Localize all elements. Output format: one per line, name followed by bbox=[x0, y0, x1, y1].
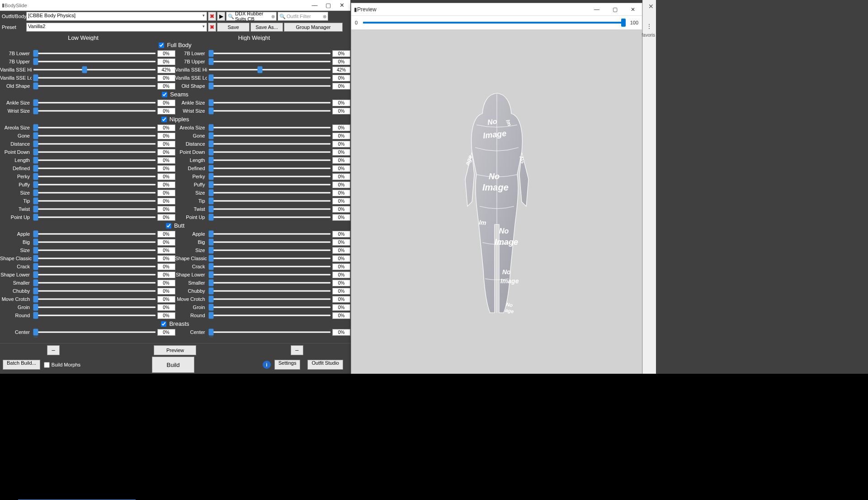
slider-thumb[interactable] bbox=[208, 231, 213, 238]
slider-track[interactable] bbox=[33, 75, 156, 81]
group-manager-button[interactable]: Group Manager bbox=[284, 23, 343, 32]
low-minus-button[interactable]: – bbox=[47, 345, 60, 355]
slider-track[interactable] bbox=[209, 190, 331, 196]
slider-value-input[interactable]: 0% bbox=[157, 108, 175, 114]
slider-thumb[interactable] bbox=[208, 206, 213, 213]
slider-value-input[interactable]: 0% bbox=[157, 100, 175, 106]
slider-value-input[interactable]: 0% bbox=[157, 329, 175, 336]
slider-thumb[interactable] bbox=[208, 133, 213, 139]
slider-track[interactable] bbox=[33, 133, 156, 139]
slider-thumb[interactable] bbox=[82, 67, 87, 73]
slider-value-input[interactable]: 0% bbox=[157, 157, 175, 164]
slider-thumb[interactable] bbox=[208, 263, 213, 270]
outfit-studio-button[interactable]: Outfit Studio bbox=[307, 360, 343, 370]
slider-value-input[interactable]: 0% bbox=[332, 198, 350, 205]
menu-dots-icon[interactable]: ⋮ bbox=[646, 23, 652, 30]
section-checkbox[interactable] bbox=[161, 117, 167, 122]
slider-value-input[interactable]: 0% bbox=[332, 206, 350, 213]
slider-value-input[interactable]: 0% bbox=[332, 58, 350, 65]
slider-value-input[interactable]: 0% bbox=[157, 173, 175, 180]
slider-value-input[interactable]: 0% bbox=[157, 280, 175, 286]
slider-value-input[interactable]: 0% bbox=[332, 214, 350, 221]
clear-outfit-button[interactable]: ✖ bbox=[208, 12, 216, 21]
slider-thumb[interactable] bbox=[208, 58, 213, 65]
slider-thumb[interactable] bbox=[33, 312, 38, 319]
slider-track[interactable] bbox=[209, 312, 331, 319]
slider-thumb[interactable] bbox=[208, 304, 213, 311]
slider-value-input[interactable]: 42% bbox=[332, 67, 350, 73]
slider-thumb[interactable] bbox=[33, 75, 38, 81]
section-checkbox[interactable] bbox=[159, 43, 164, 48]
slider-value-input[interactable]: 0% bbox=[157, 58, 175, 65]
slider-value-input[interactable]: 0% bbox=[332, 337, 350, 338]
clear-filter-icon[interactable]: ⊗ bbox=[271, 14, 275, 19]
slider-value-input[interactable]: 0% bbox=[332, 75, 350, 81]
slider-thumb[interactable] bbox=[208, 149, 213, 156]
slider-value-input[interactable]: 0% bbox=[332, 247, 350, 254]
preset-select[interactable]: Vanilla2 bbox=[26, 23, 207, 32]
slider-value-input[interactable]: 0% bbox=[332, 288, 350, 295]
batch-build-button[interactable]: Batch Build... bbox=[3, 360, 40, 370]
slider-thumb[interactable] bbox=[208, 75, 213, 81]
slider-track[interactable] bbox=[209, 304, 331, 310]
info-icon[interactable]: i bbox=[263, 361, 271, 369]
slider-track[interactable] bbox=[33, 329, 156, 335]
slider-track[interactable] bbox=[209, 288, 331, 294]
save-button[interactable]: Save bbox=[217, 23, 250, 32]
group-filter-input[interactable]: 🔍 DDX Rubber Suits CB ⊗ bbox=[226, 12, 277, 21]
slider-thumb[interactable] bbox=[208, 198, 213, 205]
slider-track[interactable] bbox=[209, 255, 331, 262]
slider-thumb[interactable] bbox=[208, 312, 213, 319]
slider-value-input[interactable]: 0% bbox=[157, 263, 175, 270]
slider-track[interactable] bbox=[209, 280, 331, 286]
slider-thumb[interactable] bbox=[208, 50, 213, 57]
slider-thumb[interactable] bbox=[208, 83, 213, 90]
save-as-button[interactable]: Save As... bbox=[250, 23, 283, 32]
maximize-icon[interactable]: ▢ bbox=[321, 2, 335, 9]
slider-track[interactable] bbox=[33, 214, 156, 220]
close-icon[interactable]: ✕ bbox=[335, 2, 349, 9]
slider-value-input[interactable]: 0% bbox=[332, 304, 350, 311]
slider-value-input[interactable]: 0% bbox=[332, 255, 350, 262]
slider-value-input[interactable]: 0% bbox=[332, 124, 350, 131]
slider-thumb[interactable] bbox=[208, 214, 213, 221]
slider-track[interactable] bbox=[33, 271, 156, 278]
slider-track[interactable] bbox=[209, 124, 331, 131]
slider-value-input[interactable]: 0% bbox=[332, 149, 350, 156]
slider-thumb[interactable] bbox=[33, 190, 38, 196]
slider-thumb[interactable] bbox=[33, 50, 38, 57]
slider-value-input[interactable]: 0% bbox=[332, 108, 350, 114]
slider-thumb[interactable] bbox=[208, 255, 213, 262]
slider-value-input[interactable]: 0% bbox=[157, 255, 175, 262]
slider-thumb[interactable] bbox=[33, 288, 38, 295]
slider-track[interactable] bbox=[33, 157, 156, 163]
build-morphs-check[interactable]: Build Morphs bbox=[44, 362, 80, 368]
slider-track[interactable] bbox=[33, 190, 156, 196]
slider-value-input[interactable]: 0% bbox=[157, 83, 175, 90]
slider-value-input[interactable]: 0% bbox=[332, 50, 350, 57]
slider-value-input[interactable]: 0% bbox=[332, 296, 350, 303]
slider-track[interactable] bbox=[33, 312, 156, 319]
slider-track[interactable] bbox=[209, 181, 331, 188]
slider-track[interactable] bbox=[209, 239, 331, 245]
outfit-filter-input[interactable]: 🔍 Outfit Filter ⊗ bbox=[278, 12, 328, 21]
slider-thumb[interactable] bbox=[208, 337, 213, 338]
slider-value-input[interactable]: 0% bbox=[332, 173, 350, 180]
slider-thumb[interactable] bbox=[208, 181, 213, 188]
slider-track[interactable] bbox=[209, 75, 331, 81]
slider-track[interactable] bbox=[33, 67, 156, 73]
slider-thumb[interactable] bbox=[33, 165, 38, 172]
slider-value-input[interactable]: 0% bbox=[332, 133, 350, 139]
slider-track[interactable] bbox=[33, 304, 156, 310]
slider-track[interactable] bbox=[209, 157, 331, 163]
slider-track[interactable] bbox=[33, 50, 156, 57]
slider-thumb[interactable] bbox=[33, 263, 38, 270]
slider-value-input[interactable]: 0% bbox=[157, 165, 175, 172]
slider-thumb[interactable] bbox=[33, 337, 38, 338]
high-minus-button[interactable]: – bbox=[291, 345, 303, 355]
clear-filter-icon[interactable]: ⊗ bbox=[323, 14, 326, 19]
slider-track[interactable] bbox=[209, 173, 331, 180]
slider-track[interactable] bbox=[209, 58, 331, 65]
minimize-icon[interactable]: — bbox=[308, 2, 321, 9]
settings-button[interactable]: Settings bbox=[274, 360, 301, 370]
